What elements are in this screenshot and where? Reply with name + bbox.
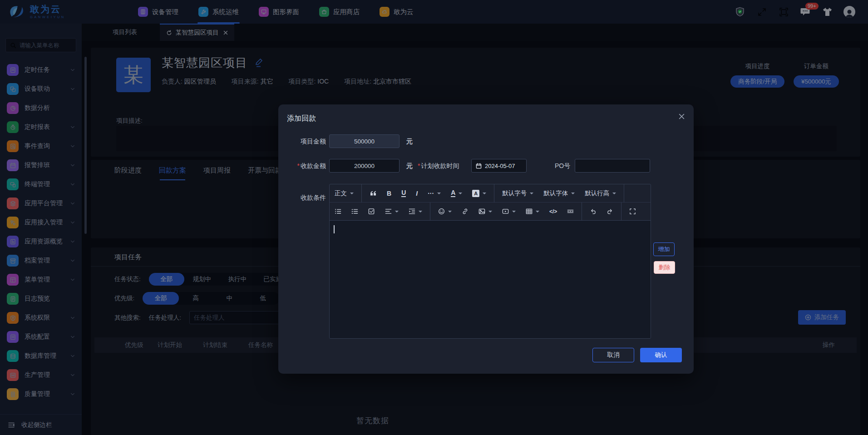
text-caret: [334, 225, 335, 233]
editor-toolbar-row2: </>: [330, 203, 651, 221]
editor-toolbar-row1: 正文 B U I ··· A A 默认字号 默认字体 默认行高: [330, 184, 651, 203]
paragraph-select[interactable]: 正文: [330, 189, 359, 198]
line-height-select[interactable]: 默认行高: [580, 189, 621, 198]
calendar-icon: [476, 163, 482, 169]
link-icon[interactable]: [457, 208, 473, 215]
confirm-button[interactable]: 确认: [640, 348, 682, 362]
undo-icon[interactable]: [585, 208, 602, 215]
italic-button[interactable]: I: [411, 190, 423, 197]
align-icon[interactable]: [380, 208, 404, 215]
redo-icon[interactable]: [602, 208, 618, 215]
modal-title: 添加回款: [287, 114, 316, 124]
project-amount-row: 项目金额 元: [287, 134, 685, 148]
condition-label: 收款条件: [278, 191, 326, 204]
bold-button[interactable]: B: [382, 190, 396, 197]
editor-fullscreen-icon[interactable]: [624, 208, 641, 215]
code-icon[interactable]: </>: [544, 208, 562, 215]
po-label: PO号: [555, 159, 570, 173]
add-row-button[interactable]: 增加: [653, 242, 675, 256]
task-list-icon[interactable]: [363, 208, 380, 215]
project-amount-input[interactable]: [329, 134, 399, 148]
modal-close-icon[interactable]: [679, 114, 685, 119]
more-formats-button[interactable]: ···: [423, 190, 446, 197]
app-root: 敢为云 GANWEIYUN 设备管理 系统运维 图形界面 应用商店: [0, 0, 868, 435]
video-icon[interactable]: [497, 208, 521, 215]
project-amount-label: 项目金额: [278, 134, 326, 148]
project-amount-unit: 元: [406, 134, 413, 148]
emoji-icon[interactable]: [433, 208, 457, 215]
underline-button[interactable]: U: [396, 189, 411, 197]
divider-icon[interactable]: [562, 208, 579, 215]
image-icon[interactable]: [473, 208, 497, 215]
cancel-button[interactable]: 取消: [592, 348, 634, 362]
add-payment-modal: 添加回款 项目金额 元 收款金额 元 计划收款时间 2024-05-07 PO号…: [278, 104, 694, 374]
po-input[interactable]: [575, 159, 650, 173]
editor-content-area[interactable]: [330, 221, 651, 338]
font-color-button[interactable]: A: [446, 189, 467, 197]
font-family-select[interactable]: 默认字体: [538, 189, 580, 198]
delete-row-button[interactable]: 删除: [654, 261, 675, 274]
receive-amount-label: 收款金额: [278, 159, 326, 173]
plan-date-value: 2024-05-07: [485, 163, 515, 169]
receive-amount-unit: 元: [406, 159, 413, 173]
receive-amount-row: 收款金额 元 计划收款时间 2024-05-07 PO号: [287, 159, 685, 173]
font-size-select[interactable]: 默认字号: [497, 189, 538, 198]
rich-text-editor: 正文 B U I ··· A A 默认字号 默认字体 默认行高: [329, 184, 651, 339]
plan-date-picker[interactable]: 2024-05-07: [471, 159, 527, 173]
plan-date-label: 计划收款时间: [418, 159, 459, 173]
blockquote-icon[interactable]: [365, 190, 382, 197]
receive-amount-input[interactable]: [329, 159, 399, 173]
bullet-list-icon[interactable]: [330, 208, 346, 215]
indent-icon[interactable]: [404, 208, 427, 215]
bg-color-button[interactable]: A: [467, 190, 491, 197]
ordered-list-icon[interactable]: [346, 208, 363, 215]
table-icon[interactable]: [521, 208, 544, 215]
